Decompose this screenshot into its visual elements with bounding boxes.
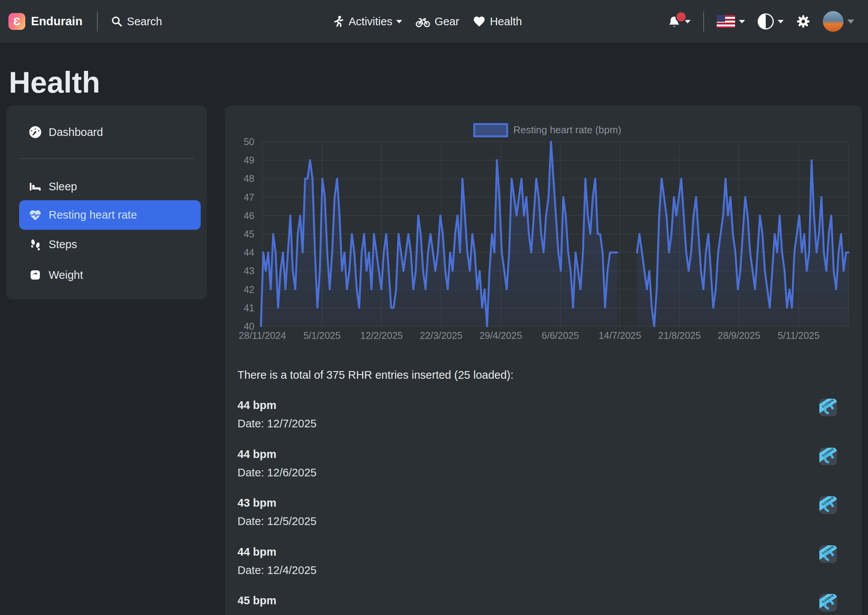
endurain-logo-icon[interactable]: Ɛ: [8, 13, 25, 30]
nav-gear[interactable]: Gear: [415, 15, 459, 28]
sidebar-item-sleep[interactable]: Sleep: [19, 177, 201, 196]
brand-name: Endurain: [31, 15, 82, 28]
svg-text:49: 49: [244, 155, 254, 165]
chevron-down-icon: [739, 20, 745, 23]
rhr-entry: 44 bpmDate: 12/4/2025GARMIN: [237, 545, 837, 591]
sidebar-item-label: Resting heart rate: [49, 209, 137, 221]
language-selector[interactable]: [717, 15, 745, 28]
svg-text:5/11/2025: 5/11/2025: [778, 330, 819, 341]
garmin-connect-icon: GARMIN: [819, 399, 837, 416]
notifications-button[interactable]: [667, 14, 691, 29]
chevron-down-icon: [778, 20, 784, 23]
entry-value: 45 bpm: [237, 594, 837, 607]
weight-scale-icon: [29, 268, 42, 281]
bicycle-icon: [415, 15, 431, 28]
rhr-entry: 44 bpmDate: 12/6/2025GARMIN: [237, 447, 837, 493]
garmin-connect-icon: GARMIN: [819, 496, 837, 514]
speedometer-icon: [29, 126, 42, 139]
chevron-down-icon: [847, 20, 854, 24]
theme-half-circle-icon: [758, 13, 774, 29]
settings-gear-icon: [796, 15, 810, 28]
svg-text:42: 42: [244, 284, 254, 295]
sidebar-item-steps[interactable]: Steps: [19, 235, 201, 254]
garmin-connect-icon: GARMIN: [819, 448, 837, 465]
sidebar-item-resting-heart-rate[interactable]: Resting heart rate: [19, 200, 201, 230]
svg-text:47: 47: [244, 192, 254, 203]
entry-date: Date: 12/5/2025: [237, 514, 316, 528]
svg-text:43: 43: [244, 265, 254, 276]
rhr-entry: 44 bpmDate: 12/7/2025GARMIN: [237, 398, 837, 444]
nav-health-label: Health: [490, 15, 522, 28]
svg-text:21/8/2025: 21/8/2025: [658, 330, 701, 341]
runner-icon: [332, 15, 345, 28]
navbar: Ɛ Endurain Search: [0, 0, 868, 43]
endurain-health-page: Ɛ Endurain Search: [0, 0, 868, 615]
svg-text:41: 41: [244, 303, 254, 313]
health-sidebar: Dashboard Sleep Resting heart rate: [7, 105, 207, 299]
rhr-chart: 404142434445464748495028/11/20245/1/2025…: [230, 106, 861, 352]
garmin-connect-icon: GARMIN: [819, 594, 837, 612]
entry-value: 44 bpm: [237, 398, 837, 412]
theme-toggle[interactable]: [758, 13, 784, 29]
navbar-divider: [97, 11, 98, 31]
sidebar-divider: [19, 159, 194, 159]
rhr-entry: 43 bpmDate: 12/5/2025GARMIN: [237, 496, 837, 542]
svg-text:5/1/2025: 5/1/2025: [303, 330, 341, 341]
svg-text:46: 46: [244, 210, 254, 221]
entry-value: 43 bpm: [237, 496, 837, 510]
navbar-divider: [703, 11, 704, 31]
entry-date: Date: 12/6/2025: [237, 466, 316, 479]
page-title: Health: [9, 67, 100, 97]
navbar-right: [667, 11, 854, 32]
footprints-icon: [29, 238, 42, 251]
entry-value: 44 bpm: [237, 545, 837, 559]
svg-text:45: 45: [244, 229, 254, 239]
garmin-connect-icon: GARMIN: [819, 545, 837, 563]
svg-text:12/2/2025: 12/2/2025: [360, 330, 403, 341]
settings-button[interactable]: [796, 15, 810, 28]
heart-pulse-icon: [29, 209, 42, 222]
rhr-entry: 45 bpmGARMIN: [237, 594, 837, 615]
logo-glyph: Ɛ: [13, 15, 21, 28]
profile-menu[interactable]: [823, 11, 854, 32]
svg-text:29/4/2025: 29/4/2025: [480, 330, 522, 341]
svg-text:28/11/2024: 28/11/2024: [239, 330, 286, 341]
heart-icon: [472, 15, 486, 28]
sidebar-item-label: Weight: [49, 269, 83, 281]
search-icon: [111, 15, 123, 28]
entry-value: 44 bpm: [237, 447, 837, 461]
sidebar-item-label: Steps: [49, 238, 77, 251]
nav-activities[interactable]: Activities: [332, 15, 402, 28]
bed-icon: [29, 180, 42, 193]
svg-text:44: 44: [244, 247, 254, 258]
search-label: Search: [127, 15, 162, 28]
chart-legend[interactable]: Resting heart rate (bpm): [474, 124, 621, 136]
sidebar-item-dashboard[interactable]: Dashboard: [19, 123, 201, 142]
us-flag-icon: [717, 15, 735, 28]
svg-text:6/6/2025: 6/6/2025: [542, 330, 579, 341]
svg-text:48: 48: [244, 173, 254, 184]
svg-text:Resting heart rate (bpm): Resting heart rate (bpm): [513, 124, 621, 136]
sidebar-item-weight[interactable]: Weight: [19, 265, 201, 285]
notification-badge: [675, 11, 687, 23]
svg-text:14/7/2025: 14/7/2025: [599, 330, 641, 341]
avatar: [823, 11, 843, 32]
entries-summary: There is a total of 375 RHR entries inse…: [237, 369, 514, 381]
navbar-left: Ɛ Endurain Search: [0, 11, 162, 31]
svg-text:28/9/2025: 28/9/2025: [718, 330, 760, 341]
entry-date: Date: 12/7/2025: [237, 417, 316, 430]
search-button[interactable]: Search: [111, 15, 162, 28]
nav-activities-label: Activities: [349, 15, 392, 28]
sidebar-item-label: Sleep: [49, 180, 77, 193]
entry-date: Date: 12/4/2025: [237, 563, 316, 577]
chevron-down-icon: [396, 20, 402, 23]
svg-text:22/3/2025: 22/3/2025: [420, 330, 462, 341]
navbar-center: Activities Gear Health: [332, 15, 522, 28]
nav-health[interactable]: Health: [472, 15, 522, 28]
sidebar-item-label: Dashboard: [49, 126, 103, 139]
svg-text:50: 50: [244, 136, 254, 147]
nav-gear-label: Gear: [434, 15, 459, 28]
